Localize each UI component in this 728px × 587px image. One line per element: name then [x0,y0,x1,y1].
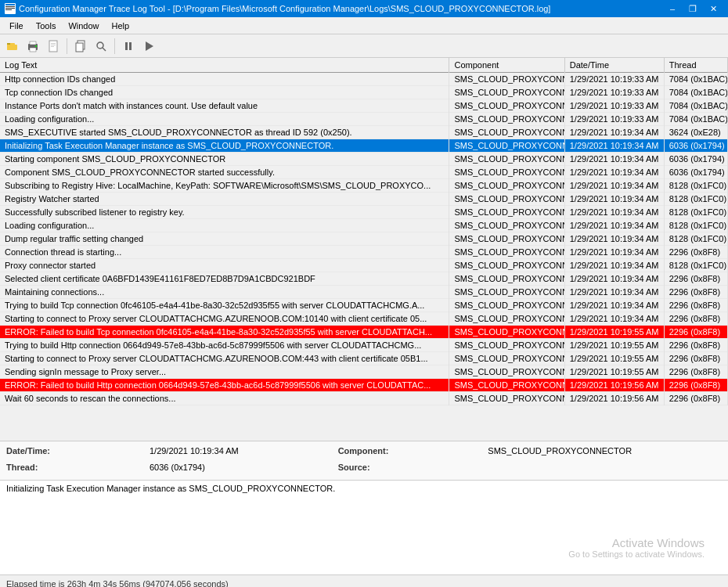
watermark: Activate Windows Go to Settings to activ… [568,536,705,559]
source-value [488,463,722,476]
cell-thread: 2296 (0x8F8) [664,392,727,405]
table-row[interactable]: ERROR: Failed to build Tcp connection 0f… [0,326,728,339]
cell-thread: 2296 (0x8F8) [664,366,727,379]
cell-logtext: Instance Ports don't match with instance… [0,99,449,113]
thread-value: 6036 (0x1794) [150,463,329,476]
cell-thread: 6036 (0x1794) [664,153,727,166]
cell-datetime: 1/29/2021 10:19:34 AM [564,286,664,299]
table-row[interactable]: Starting component SMS_CLOUD_PROXYCONNEC… [0,153,728,166]
close-button[interactable]: ✕ [703,0,723,17]
table-row[interactable]: Component SMS_CLOUD_PROXYCONNECTOR start… [0,166,728,179]
thread-label: Thread: [6,463,140,476]
cell-component: SMS_CLOUD_PROXYCONN [449,232,564,246]
table-row[interactable]: Subscribing to Registry Hive: LocalMachi… [0,179,728,193]
table-row[interactable]: Registry Watcher startedSMS_CLOUD_PROXYC… [0,193,728,206]
cell-logtext: Http connection IDs changed [0,73,449,86]
print-button[interactable] [23,37,42,56]
svg-rect-4 [5,9,12,10]
cell-component: SMS_CLOUD_PROXYCONN [449,86,564,99]
table-row[interactable]: Loading configuration...SMS_CLOUD_PROXYC… [0,113,728,126]
cell-logtext: Initializing Task Execution Manager inst… [0,139,449,153]
watermark-line1: Activate Windows [568,536,705,549]
col-header-datetime[interactable]: Date/Time [564,58,664,73]
cell-logtext: Component SMS_CLOUD_PROXYCONNECTOR start… [0,166,449,179]
table-row[interactable]: Trying to build Http connection 0664d949… [0,339,728,352]
table-row[interactable]: Selected client certificate 0A6BFD1439E4… [0,272,728,286]
cell-thread: 2296 (0x8F8) [664,326,727,339]
cell-thread: 7084 (0x1BAC) [664,99,727,113]
cell-datetime: 1/29/2021 10:19:55 AM [564,339,664,352]
cell-logtext: Loading configuration... [0,219,449,232]
cell-component: SMS_CLOUD_PROXYCONN [449,99,564,113]
cell-thread: 6036 (0x1794) [664,166,727,179]
table-row[interactable]: Loading configuration...SMS_CLOUD_PROXYC… [0,219,728,232]
svg-rect-17 [76,43,83,52]
table-row[interactable]: Tcp connection IDs changedSMS_CLOUD_PROX… [0,86,728,99]
cell-datetime: 1/29/2021 10:19:34 AM [564,272,664,286]
cell-logtext: Starting component SMS_CLOUD_PROXYCONNEC… [0,153,449,166]
menu-help[interactable]: Help [106,20,136,32]
log-container[interactable]: Log Text Component Date/Time Thread Http… [0,58,728,441]
menu-window[interactable]: Window [62,20,105,32]
cell-thread: 8128 (0x1FC0) [664,259,727,272]
table-row[interactable]: Dump regular traffic setting changedSMS_… [0,232,728,246]
table-row[interactable]: Http connection IDs changedSMS_CLOUD_PRO… [0,73,728,86]
table-row[interactable]: Maintaining connections...SMS_CLOUD_PROX… [0,286,728,299]
cell-component: SMS_CLOUD_PROXYCONN [449,272,564,286]
minimize-button[interactable]: – [662,0,683,17]
table-row[interactable]: ERROR: Failed to build Http connection 0… [0,379,728,392]
copy-button[interactable] [71,37,90,56]
table-row[interactable]: Proxy connector startedSMS_CLOUD_PROXYCO… [0,259,728,272]
table-row[interactable]: Wait 60 seconds to rescan the connection… [0,392,728,405]
table-row[interactable]: Instance Ports don't match with instance… [0,99,728,113]
cell-datetime: 1/29/2021 10:19:34 AM [564,126,664,139]
log-table: Log Text Component Date/Time Thread Http… [0,58,728,405]
cell-thread: 7084 (0x1BAC) [664,86,727,99]
col-header-component[interactable]: Component [449,58,564,73]
table-row[interactable]: SMS_EXECUTIVE started SMS_CLOUD_PROXYCON… [0,126,728,139]
cell-datetime: 1/29/2021 10:19:34 AM [564,219,664,232]
table-row[interactable]: Initializing Task Execution Manager inst… [0,139,728,153]
title-bar: Configuration Manager Trace Log Tool - [… [0,0,728,17]
cell-logtext: Dump regular traffic setting changed [0,232,449,246]
cell-component: SMS_CLOUD_PROXYCONN [449,246,564,259]
cell-datetime: 1/29/2021 10:19:34 AM [564,246,664,259]
cell-thread: 8128 (0x1FC0) [664,232,727,246]
cell-datetime: 1/29/2021 10:19:34 AM [564,232,664,246]
cell-thread: 2296 (0x8F8) [664,352,727,366]
table-row[interactable]: Connection thread is starting...SMS_CLOU… [0,246,728,259]
pause-button[interactable] [119,37,138,56]
cell-thread: 8128 (0x1FC0) [664,206,727,219]
col-header-thread[interactable]: Thread [664,58,727,73]
col-header-logtext[interactable]: Log Text [0,58,449,73]
cell-component: SMS_CLOUD_PROXYCONN [449,219,564,232]
table-row[interactable]: Starting to connect to Proxy server CLOU… [0,312,728,326]
table-row[interactable]: Successfully subscribed listener to regi… [0,206,728,219]
cell-logtext: Wait 60 seconds to rescan the connection… [0,392,449,405]
table-row[interactable]: Sending signIn message to Proxy server..… [0,366,728,379]
menu-tools[interactable]: Tools [30,20,63,32]
print-preview-button[interactable] [44,37,63,56]
menu-file[interactable]: File [3,20,30,32]
cell-logtext: Proxy connector started [0,259,449,272]
svg-rect-21 [129,42,132,50]
table-header: Log Text Component Date/Time Thread [0,58,728,73]
svg-marker-22 [146,41,153,51]
log-tbody: Http connection IDs changedSMS_CLOUD_PRO… [0,73,728,405]
cell-component: SMS_CLOUD_PROXYCONN [449,326,564,339]
cell-logtext: ERROR: Failed to build Tcp connection 0f… [0,326,449,339]
maximize-button[interactable]: ❐ [683,0,703,17]
table-row[interactable]: Trying to build Tcp connection 0fc46105-… [0,299,728,312]
play-button[interactable] [139,37,158,56]
cell-thread: 2296 (0x8F8) [664,246,727,259]
cell-datetime: 1/29/2021 10:19:55 AM [564,326,664,339]
app-icon [5,3,16,14]
cell-logtext: Loading configuration... [0,113,449,126]
table-row[interactable]: Starting to connect to Proxy server CLOU… [0,352,728,366]
svg-rect-6 [7,45,17,50]
open-button[interactable] [3,37,22,56]
cell-logtext: Starting to connect to Proxy server CLOU… [0,312,449,326]
find-button[interactable] [92,37,110,56]
svg-rect-1 [5,4,15,5]
cell-logtext: ERROR: Failed to build Http connection 0… [0,379,449,392]
